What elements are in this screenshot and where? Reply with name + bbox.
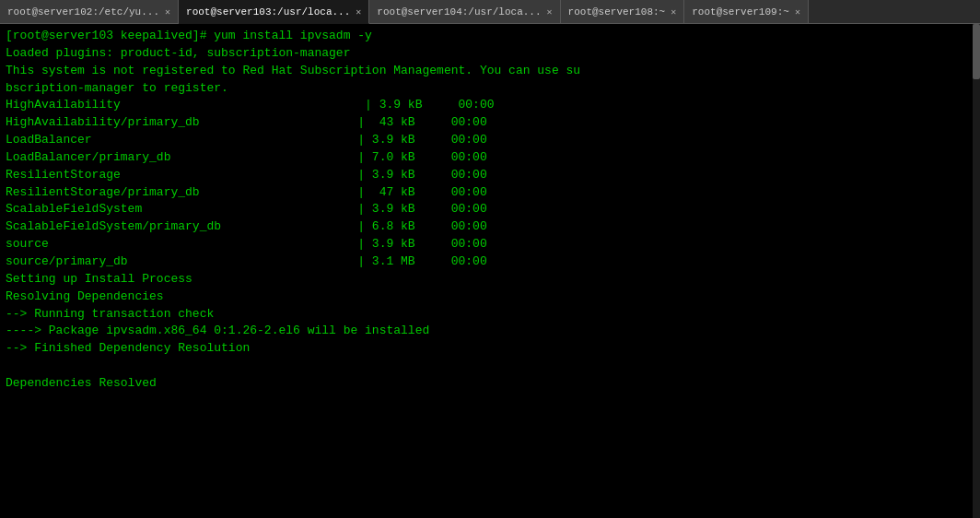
tab-tab1[interactable]: root@server102:/etc/yu...✕: [0, 0, 179, 23]
tab-close-tab3[interactable]: ✕: [547, 6, 553, 18]
terminal[interactable]: [root@server103 keepalived]# yum install…: [0, 24, 980, 518]
tab-tab4[interactable]: root@server108:~✕: [561, 0, 685, 23]
tab-tab5[interactable]: root@server109:~✕: [684, 0, 809, 23]
tab-tab2[interactable]: root@server103:/usr/loca...✕: [179, 0, 369, 24]
tab-label-tab3: root@server104:/usr/loca...: [377, 6, 541, 18]
tab-label-tab5: root@server109:~: [692, 6, 789, 18]
terminal-output: [root@server103 keepalived]# yum install…: [6, 28, 974, 393]
tab-close-tab1[interactable]: ✕: [165, 6, 170, 18]
tab-label-tab2: root@server103:/usr/loca...: [186, 6, 350, 18]
tab-close-tab2[interactable]: ✕: [356, 6, 361, 18]
tab-close-tab5[interactable]: ✕: [795, 6, 800, 18]
scrollbar[interactable]: [973, 24, 980, 518]
tab-close-tab4[interactable]: ✕: [671, 6, 676, 18]
scrollbar-thumb[interactable]: [973, 24, 980, 79]
tab-label-tab4: root@server108:~: [568, 6, 666, 18]
tab-tab3[interactable]: root@server104:/usr/loca...✕: [369, 0, 560, 23]
tab-label-tab1: root@server102:/etc/yu...: [7, 6, 159, 18]
tab-bar: root@server102:/etc/yu...✕root@server103…: [0, 0, 980, 24]
